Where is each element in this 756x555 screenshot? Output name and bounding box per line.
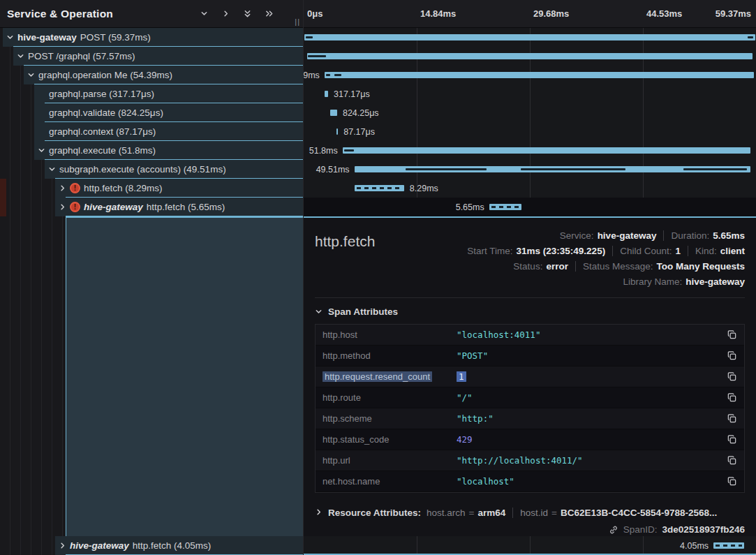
attribute-value: "http:": [457, 413, 722, 424]
link-icon[interactable]: [609, 525, 618, 535]
timeline-row[interactable]: 5.65ms: [304, 198, 756, 216]
span-bar[interactable]: [325, 72, 754, 78]
copy-icon[interactable]: [722, 392, 737, 403]
chevron-down-icon[interactable]: [6, 34, 14, 41]
timeline-row[interactable]: 87.17μs: [304, 122, 756, 141]
attribute-value: 429: [457, 434, 722, 445]
attribute-row[interactable]: net.host.name"localhost": [316, 471, 744, 492]
timeline-row[interactable]: 57.57ms: [304, 47, 756, 66]
divider: [512, 508, 513, 518]
span-tree-row[interactable]: hive-gatewayhttp.fetch (4.05ms): [0, 536, 303, 555]
divider: [315, 297, 745, 298]
service-name: hive-gateway: [17, 32, 77, 43]
span-row-content: subgraph.execute (accounts) (49.51ms): [0, 160, 303, 179]
span-tree-row[interactable]: graphql.context (87.17μs): [0, 122, 303, 141]
meta-label: Start Time:: [467, 246, 512, 256]
timeline-row[interactable]: 824.25μs: [304, 103, 756, 122]
timeline-row[interactable]: 54.39ms: [304, 66, 756, 84]
span-bar[interactable]: [330, 110, 337, 116]
meta-item: Start Time:31ms (23:35:49.225): [467, 246, 605, 256]
chevron-down-icon[interactable]: [37, 147, 45, 154]
chevrons-down-icon[interactable]: [239, 6, 255, 22]
tree-header: Service & Operation ||: [0, 0, 303, 28]
time-tick-label: 44.53ms: [646, 8, 682, 19]
chevron-down-icon[interactable]: [47, 165, 56, 173]
span-tree-row[interactable]: !hive-gatewayhttp.fetch (5.65ms): [0, 198, 303, 216]
span-tree-row[interactable]: !http.fetch (8.29ms): [0, 179, 303, 198]
copy-icon[interactable]: [722, 455, 737, 466]
attribute-row[interactable]: http.status_code429: [316, 429, 744, 450]
span-bar[interactable]: [489, 204, 521, 210]
span-row-content: graphql.context (87.17μs): [0, 122, 303, 141]
chevrons-right-icon[interactable]: [261, 6, 276, 22]
copy-icon[interactable]: [722, 413, 737, 424]
span-bar[interactable]: [304, 34, 755, 40]
time-tick-label: 59.37ms: [716, 8, 751, 19]
chevron-down-icon[interactable]: [196, 6, 212, 22]
resource-attributes[interactable]: Resource Attributes: host.arch=arm64host…: [315, 508, 745, 518]
span-bar[interactable]: [343, 147, 750, 154]
span-bar[interactable]: [336, 128, 339, 135]
timeline-row[interactable]: 317.17μs: [304, 84, 756, 103]
span-tree-row[interactable]: hive-gatewayPOST (59.37ms): [0, 28, 303, 47]
span-duration-label: 824.25μs: [343, 108, 379, 118]
span-tree-row[interactable]: graphql.operation Me (54.39ms): [0, 66, 303, 84]
span-label: POST /graphql (57.57ms): [28, 51, 135, 61]
span-tree-row[interactable]: graphql.validate (824.25μs): [0, 103, 303, 122]
meta-label: Kind:: [695, 246, 717, 256]
attribute-key: http.url: [323, 455, 457, 466]
timeline-row[interactable]: 51.8ms: [304, 141, 756, 160]
span-bar[interactable]: [325, 91, 328, 97]
attribute-row[interactable]: http.request.resend_count1: [316, 367, 744, 387]
attribute-row[interactable]: http.url"http://localhost:4011/": [316, 450, 744, 471]
span-meta: Service:hive-gatewayDuration:5.65msStart…: [467, 228, 745, 289]
panel-resize-handle[interactable]: ||: [295, 17, 300, 26]
meta-line: Library Name:hive-gateway: [623, 274, 745, 289]
span-bar[interactable]: [713, 542, 744, 549]
divider: [575, 261, 576, 272]
attribute-key: net.host.name: [323, 476, 457, 487]
timeline-row[interactable]: 59.37ms: [304, 28, 756, 47]
copy-icon[interactable]: [722, 350, 737, 361]
span-tree-row[interactable]: graphql.execute (51.8ms): [0, 141, 303, 160]
timeline-row[interactable]: 4.05ms: [304, 536, 756, 555]
span-bar[interactable]: [355, 185, 404, 191]
meta-label: Status:: [513, 261, 542, 272]
resource-value: arm64: [477, 508, 505, 518]
span-tree-row[interactable]: subgraph.execute (accounts) (49.51ms): [0, 160, 303, 179]
attribute-row[interactable]: http.host"localhost:4011": [316, 325, 744, 346]
attribute-row[interactable]: http.method"POST": [316, 346, 744, 367]
timeline-row[interactable]: 8.29ms: [304, 179, 756, 198]
span-tree-row[interactable]: graphql.parse (317.17μs): [0, 84, 303, 103]
copy-icon[interactable]: [722, 371, 737, 382]
meta-value: hive-gateway: [598, 230, 657, 241]
span-label: http.fetch (4.05ms): [133, 540, 212, 551]
meta-item: Duration:5.65ms: [671, 230, 745, 241]
span-bar[interactable]: [307, 53, 753, 59]
chevron-right-icon[interactable]: [58, 184, 66, 192]
attribute-row[interactable]: http.route"/": [316, 387, 744, 408]
equals-sign: =: [469, 508, 475, 518]
chevron-right-icon: [315, 508, 323, 518]
span-attributes-table: http.host"localhost:4011"http.method"POS…: [315, 324, 745, 493]
tree-toolbar: [196, 6, 296, 22]
attribute-value: "POST": [457, 350, 722, 361]
attribute-value: "localhost": [457, 476, 722, 487]
span-id-row: SpanID: 3de02518937fb246: [315, 524, 745, 535]
timeline-row[interactable]: 49.51ms: [304, 160, 756, 179]
span-label: http.fetch (8.29ms): [84, 183, 163, 193]
copy-icon[interactable]: [722, 434, 737, 445]
chevron-right-icon[interactable]: [58, 542, 66, 549]
time-tick-label: 14.84ms: [420, 8, 456, 19]
chevron-down-icon[interactable]: [16, 52, 24, 60]
span-tree-row[interactable]: POST /graphql (57.57ms): [0, 47, 303, 66]
copy-icon[interactable]: [722, 330, 737, 340]
chevron-right-icon[interactable]: [58, 203, 66, 211]
resource-key: host.arch: [427, 508, 466, 518]
copy-icon[interactable]: [722, 476, 737, 487]
span-label: graphql.execute (51.8ms): [49, 145, 156, 156]
chevron-down-icon[interactable]: [27, 71, 35, 79]
span-attributes-header[interactable]: Span Attributes: [315, 306, 745, 317]
attribute-row[interactable]: http.scheme"http:": [316, 408, 744, 429]
chevron-right-icon[interactable]: [218, 6, 233, 22]
